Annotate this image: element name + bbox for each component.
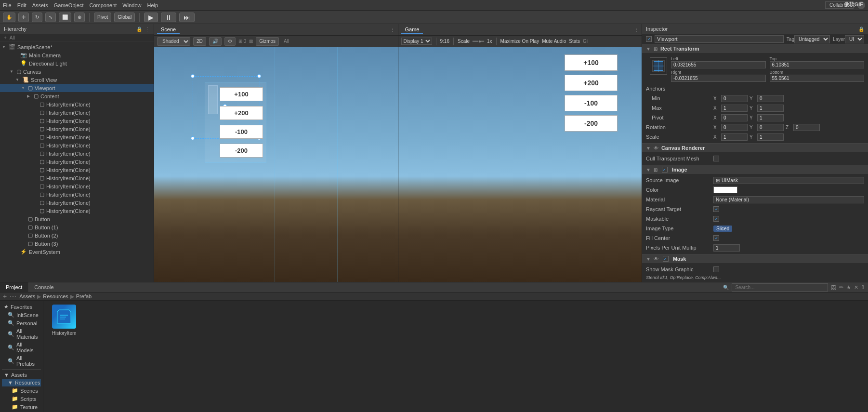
game-hist-neg100[interactable]: -100 xyxy=(565,95,618,111)
handle-tl[interactable] xyxy=(191,74,195,78)
rt-rot-y-input[interactable] xyxy=(757,124,784,131)
audio-button[interactable]: 🔊 xyxy=(209,37,222,46)
move-tool[interactable]: ✛ xyxy=(18,13,29,22)
tag-select[interactable]: Untagged xyxy=(794,35,830,43)
bc-assets[interactable]: Assets xyxy=(19,293,35,299)
pivot-button[interactable]: Pivot xyxy=(94,13,111,22)
hier-item-dirlight[interactable]: 💡 Directional Light xyxy=(0,59,154,67)
tab-project[interactable]: Project xyxy=(0,282,28,292)
rt-pivot-y-input[interactable] xyxy=(757,114,784,121)
global-button[interactable]: Global xyxy=(114,13,135,22)
transform-tool[interactable]: ⊕ xyxy=(74,13,85,22)
image-type-value[interactable]: Sliced xyxy=(713,226,732,232)
scene-hist-neg200[interactable]: -200 xyxy=(220,144,263,158)
proj-personal[interactable]: 🔍 Personal xyxy=(2,319,41,327)
scale-slider[interactable]: ━━●━ xyxy=(473,39,484,44)
hier-item-hist10[interactable]: ▢HistoryItem(Clone) xyxy=(0,174,154,182)
source-image-field[interactable]: ⊞ UIMask xyxy=(713,177,864,184)
menu-gameobject[interactable]: GameObject xyxy=(54,2,84,8)
rt-left-input[interactable] xyxy=(671,61,766,68)
hier-item-hist12[interactable]: ▢HistoryItem(Clone) xyxy=(0,190,154,199)
rect-transform-header[interactable]: ▼ ⊞ Rect Transform xyxy=(642,44,868,53)
hier-item-hist2[interactable]: ▢HistoryItem(Clone) xyxy=(0,108,154,117)
hier-item-hist3[interactable]: ▢HistoryItem(Clone) xyxy=(0,117,154,125)
hier-item-content[interactable]: ▶ ▢ Content xyxy=(0,92,154,100)
scene-hist-100[interactable]: +100 xyxy=(220,87,263,101)
menu-assets[interactable]: Assets xyxy=(32,2,48,8)
menu-help[interactable]: Help xyxy=(147,2,158,8)
menu-file[interactable]: File xyxy=(3,2,12,8)
raycast-checkbox[interactable]: ✓ xyxy=(713,206,719,212)
proj-scenes[interactable]: 📁 Scenes xyxy=(2,386,41,395)
hier-item-hist1[interactable]: ▢HistoryItem(Clone) xyxy=(0,100,154,108)
scene-menu-icon[interactable]: ⋮ xyxy=(390,27,395,32)
gizmos-button[interactable]: Gizmos xyxy=(256,37,279,46)
scale-tool[interactable]: ⤡ xyxy=(45,13,56,22)
hier-item-hist7[interactable]: ▢HistoryItem(Clone) xyxy=(0,149,154,158)
rt-min-y-input[interactable] xyxy=(757,95,784,102)
handle-tr[interactable] xyxy=(257,74,261,78)
scene-hist-200[interactable]: +200 xyxy=(220,106,263,120)
hier-item-hist4[interactable]: ▢HistoryItem(Clone) xyxy=(0,125,154,133)
tab-scene[interactable]: Scene xyxy=(157,26,180,34)
rt-max-x-input[interactable] xyxy=(721,105,748,112)
hier-item-button2[interactable]: ▢Button (2) xyxy=(0,231,154,239)
hier-item-samplescene[interactable]: ▼ 🎬 SampleScene* xyxy=(0,43,154,51)
hierarchy-header[interactable]: Hierarchy 🔒 ⋮ xyxy=(0,24,154,34)
hier-item-eventsystem[interactable]: ⚡EventSystem xyxy=(0,248,154,256)
project-plus-icon[interactable]: + xyxy=(3,292,7,300)
rt-max-y-input[interactable] xyxy=(757,105,784,112)
mask-header[interactable]: ▼ 👁 ✓ Mask xyxy=(642,254,868,263)
game-menu-icon[interactable]: ⋮ xyxy=(634,27,639,32)
project-icon4[interactable]: ✕ xyxy=(854,284,858,291)
rt-scale-x-input[interactable] xyxy=(721,133,748,141)
scene-hist-neg100[interactable]: -100 xyxy=(220,125,263,139)
shade-mode-select[interactable]: Shaded xyxy=(157,37,190,46)
tab-game[interactable]: Game xyxy=(401,26,423,34)
rt-min-x-input[interactable] xyxy=(721,95,748,102)
rotate-tool[interactable]: ↻ xyxy=(32,13,42,22)
hier-item-hist13[interactable]: ▢HistoryItem(Clone) xyxy=(0,199,154,207)
proj-initscene[interactable]: 🔍 InitScene xyxy=(2,311,41,319)
proj-all-materials[interactable]: 🔍 All Materials xyxy=(2,327,41,341)
fx-button[interactable]: ⚙ xyxy=(224,37,236,46)
maskable-checkbox[interactable]: ✓ xyxy=(713,216,719,222)
hier-item-canvas[interactable]: ▼ ▢ Canvas xyxy=(0,67,154,76)
show-mask-checkbox[interactable] xyxy=(713,266,719,272)
2d-button[interactable]: 2D xyxy=(193,37,206,46)
material-field[interactable]: None (Material) xyxy=(713,196,864,203)
asset-history-item[interactable]: HistoryItem xyxy=(47,305,81,336)
proj-texture[interactable]: 📁 Texture xyxy=(2,403,41,411)
hier-item-maincamera[interactable]: 📷 Main Camera xyxy=(0,51,154,59)
anchor-diagram[interactable] xyxy=(650,57,667,75)
game-hist-neg200[interactable]: -200 xyxy=(565,115,618,132)
mute-label[interactable]: Mute Audio xyxy=(542,39,566,44)
hier-item-hist14[interactable]: ▢HistoryItem(Clone) xyxy=(0,207,154,215)
cull-checkbox[interactable] xyxy=(713,156,719,161)
proj-assets[interactable]: ▼ Assets xyxy=(2,371,41,379)
proj-favorites[interactable]: ★ Favorites xyxy=(2,303,41,311)
hier-item-hist9[interactable]: ▢HistoryItem(Clone) xyxy=(0,166,154,174)
hier-item-button[interactable]: ▢Button xyxy=(0,215,154,223)
bc-prefab[interactable]: Prefab xyxy=(76,293,92,299)
hier-item-scrollview[interactable]: ▼ 📜 Scroll View xyxy=(0,76,154,84)
object-name-field[interactable] xyxy=(655,35,784,43)
tab-console[interactable]: Console xyxy=(28,282,60,292)
game-hist-200[interactable]: +200 xyxy=(565,75,618,91)
pause-button[interactable]: ⏸ xyxy=(161,13,176,22)
menu-component[interactable]: Component xyxy=(89,2,117,8)
project-minus-icon[interactable]: ⋯ xyxy=(10,292,16,300)
color-swatch[interactable] xyxy=(713,186,737,193)
rect-tool[interactable]: ⬜ xyxy=(59,13,71,22)
viewport-enabled-checkbox[interactable]: ✓ xyxy=(646,36,652,42)
game-hist-100[interactable]: +100 xyxy=(565,54,618,71)
hier-item-button3[interactable]: ▢Button (3) xyxy=(0,239,154,248)
proj-all-models[interactable]: 🔍 All Models xyxy=(2,341,41,354)
canvas-renderer-header[interactable]: ▼ 👁 Canvas Renderer xyxy=(642,144,868,152)
hier-item-hist11[interactable]: ▢HistoryItem(Clone) xyxy=(0,182,154,190)
mask-enabled-checkbox[interactable]: ✓ xyxy=(663,256,669,262)
rt-top-input[interactable] xyxy=(770,61,865,68)
hier-item-viewport[interactable]: ▼ ▢ Viewport xyxy=(0,84,154,92)
rt-pivot-x-input[interactable] xyxy=(721,114,748,121)
rt-scale-y-input[interactable] xyxy=(757,133,784,141)
